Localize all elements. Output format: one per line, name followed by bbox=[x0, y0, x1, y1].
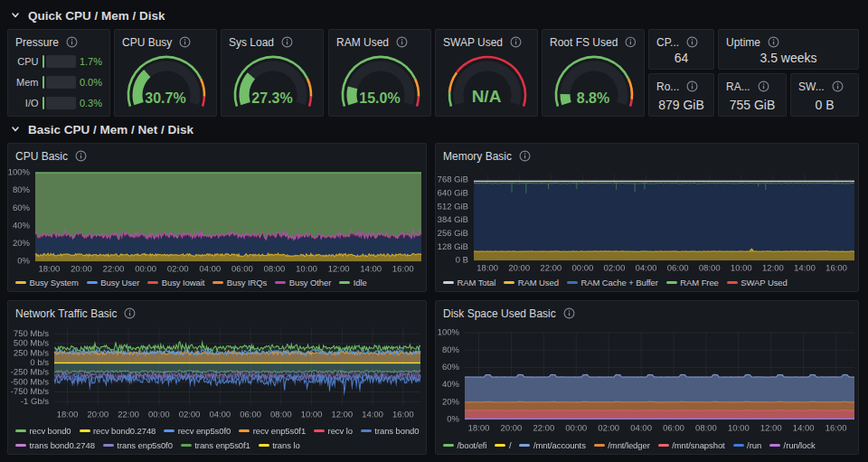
panel-header[interactable]: CP... bbox=[656, 34, 706, 50]
legend-marker bbox=[594, 444, 605, 448]
legend-item[interactable]: trans bond0.2748 bbox=[15, 440, 95, 450]
legend-item[interactable]: /mnt/ledger bbox=[594, 440, 650, 450]
panel-swap-total: SW... 0 B bbox=[790, 73, 859, 117]
panel-header[interactable]: Uptime bbox=[726, 34, 851, 50]
panel-header[interactable]: CPU Busy bbox=[122, 34, 209, 50]
legend-label: trans bond0 bbox=[374, 426, 419, 436]
info-icon[interactable] bbox=[510, 36, 522, 48]
legend-item[interactable]: RAM Used bbox=[504, 278, 559, 288]
section-basic-cpu-mem-net-disk[interactable]: Basic CPU / Mem / Net / Disk bbox=[7, 121, 193, 137]
legend-item[interactable]: trans enp5s0f1 bbox=[181, 440, 250, 450]
legend-item[interactable]: / bbox=[495, 440, 511, 450]
panel-header[interactable]: RAM Used bbox=[336, 34, 423, 50]
legend-item[interactable]: trans enp5s0f0 bbox=[103, 440, 173, 450]
legend-item[interactable]: recv enp5s0f1 bbox=[239, 426, 306, 436]
legend-item[interactable]: /boot/efi bbox=[443, 440, 486, 450]
legend-label: trans bond0.2748 bbox=[30, 440, 95, 450]
legend-item[interactable]: recv bond0 bbox=[15, 426, 71, 436]
panel-header[interactable]: SWAP Used bbox=[443, 34, 530, 50]
chart-canvas[interactable] bbox=[436, 165, 860, 276]
panel-title: RA... bbox=[726, 80, 750, 93]
panel-title: SWAP Used bbox=[443, 36, 503, 49]
legend-item[interactable]: Idle bbox=[339, 278, 366, 288]
panel-header[interactable]: SW... bbox=[798, 79, 851, 94]
section-title: Basic CPU / Mem / Net / Disk bbox=[28, 123, 193, 137]
info-icon[interactable] bbox=[396, 36, 408, 48]
chart-legend: /boot/efi//mnt/accounts/mnt/ledger/mnt/s… bbox=[443, 438, 856, 452]
panel-title: SW... bbox=[798, 80, 825, 93]
info-icon[interactable] bbox=[625, 36, 637, 48]
info-icon[interactable] bbox=[519, 150, 531, 162]
legend-item[interactable]: SWAP Used bbox=[727, 278, 788, 288]
panel-header[interactable]: RA... bbox=[726, 79, 778, 94]
pressure-label: CPU bbox=[15, 56, 39, 67]
legend-item[interactable]: Busy IRQs bbox=[212, 278, 267, 288]
info-icon[interactable] bbox=[832, 80, 844, 92]
legend-marker bbox=[314, 429, 325, 433]
info-icon[interactable] bbox=[281, 36, 293, 48]
legend-marker bbox=[103, 444, 114, 448]
legend-label: / bbox=[509, 440, 512, 450]
panel-cpu-basic: CPU BasicBusy SystemBusy UserBusy Iowait… bbox=[7, 143, 427, 292]
legend-item[interactable]: recv enp5s0f0 bbox=[164, 426, 231, 436]
panel-header[interactable]: Sys Load bbox=[229, 34, 316, 50]
legend-item[interactable]: trans lo bbox=[259, 440, 300, 450]
legend-label: /run bbox=[747, 440, 761, 450]
legend-item[interactable]: /run/lock bbox=[769, 440, 816, 450]
legend-marker bbox=[87, 281, 98, 285]
legend-marker bbox=[164, 429, 175, 433]
legend-item[interactable]: Busy System bbox=[15, 278, 79, 288]
legend-label: /mnt/accounts bbox=[533, 440, 586, 450]
info-icon[interactable] bbox=[75, 150, 87, 162]
legend-item[interactable]: trans bond0 bbox=[361, 426, 420, 436]
panel-header[interactable]: Network Traffic Basic bbox=[15, 306, 419, 321]
panel-header[interactable]: Memory Basic bbox=[443, 148, 851, 164]
legend-marker bbox=[519, 444, 530, 448]
legend-item[interactable]: recv bond0.2748 bbox=[80, 426, 156, 436]
info-icon[interactable] bbox=[179, 36, 191, 48]
legend-item[interactable]: Busy User bbox=[87, 278, 139, 288]
panel-header[interactable]: Ro... bbox=[656, 79, 706, 94]
pressure-value: 0.3% bbox=[80, 98, 102, 108]
panel-pressure: Pressure CPU 1.7% Mem 0.0% I/O 0.3% bbox=[7, 29, 110, 117]
legend-item[interactable]: /mnt/accounts bbox=[519, 440, 585, 450]
chart-legend: Busy SystemBusy UserBusy IowaitBusy IRQs… bbox=[15, 276, 424, 289]
panel-disk-space-used-basic: Disk Space Used Basic/boot/efi//mnt/acco… bbox=[435, 300, 859, 455]
panel-network-traffic-basic: Network Traffic Basicrecv bond0recv bond… bbox=[7, 300, 427, 455]
legend-item[interactable]: recv lo bbox=[314, 426, 353, 436]
panel-header[interactable]: Pressure bbox=[15, 34, 102, 50]
panel-sys-load: Sys Load 27.3% bbox=[221, 29, 324, 117]
panel-title: Root FS Used bbox=[550, 36, 618, 49]
stat-value: 755 GiB bbox=[719, 98, 786, 112]
panel-cpu-cores: CP... 64 bbox=[648, 29, 714, 70]
info-icon[interactable] bbox=[686, 36, 698, 48]
legend-label: /mnt/snapshot bbox=[672, 440, 724, 450]
legend-item[interactable]: Busy Other bbox=[275, 278, 331, 288]
info-icon[interactable] bbox=[758, 80, 769, 92]
chart-canvas[interactable] bbox=[436, 323, 860, 438]
panel-header[interactable]: Root FS Used bbox=[550, 34, 637, 50]
legend-item[interactable]: /mnt/snapshot bbox=[658, 440, 725, 450]
chart-canvas[interactable] bbox=[8, 165, 428, 276]
legend-item[interactable]: RAM Total bbox=[443, 278, 495, 288]
legend-item[interactable]: Busy Iowait bbox=[147, 278, 204, 288]
gauge-value: 15.0% bbox=[329, 90, 430, 108]
info-icon[interactable] bbox=[563, 307, 575, 319]
section-quick-cpu-mem-disk[interactable]: Quick CPU / Mem / Disk bbox=[7, 7, 165, 24]
info-icon[interactable] bbox=[768, 36, 779, 48]
info-icon[interactable] bbox=[124, 307, 136, 319]
legend-item[interactable]: RAM Cache + Buffer bbox=[567, 278, 658, 288]
gauge-value: 30.7% bbox=[115, 90, 216, 108]
gauge-arc bbox=[329, 52, 432, 118]
legend-item[interactable]: RAM Free bbox=[666, 278, 719, 288]
stat-value: 64 bbox=[649, 51, 713, 65]
info-icon[interactable] bbox=[66, 36, 78, 48]
section-title: Quick CPU / Mem / Disk bbox=[28, 9, 165, 23]
panel-ram-total: RA... 755 GiB bbox=[718, 73, 787, 117]
legend-item[interactable]: /run bbox=[733, 440, 761, 450]
legend-label: Busy IRQs bbox=[227, 278, 268, 288]
info-icon[interactable] bbox=[686, 80, 698, 92]
panel-header[interactable]: Disk Space Used Basic bbox=[443, 306, 851, 321]
panel-header[interactable]: CPU Basic bbox=[15, 148, 419, 164]
chart-canvas[interactable] bbox=[8, 323, 428, 426]
